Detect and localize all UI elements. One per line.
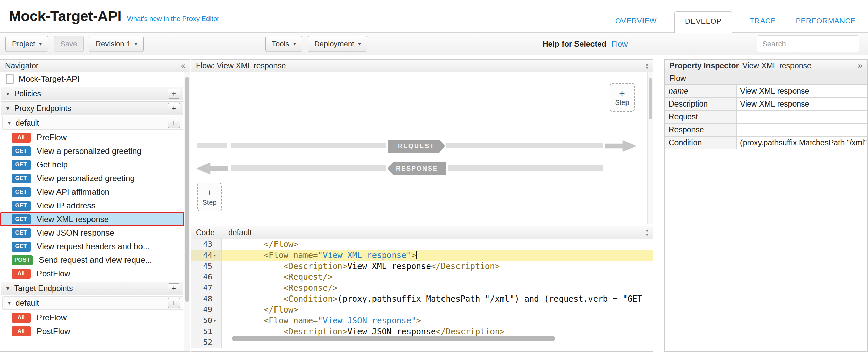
tab-develop[interactable]: DEVELOP <box>674 11 732 33</box>
code-text[interactable]: <Flow name="View XML response"> <box>222 250 653 261</box>
scrollbar-thumb[interactable] <box>649 78 652 119</box>
code-text[interactable]: <Description>View JSON response</Descrip… <box>222 326 653 337</box>
line-number: 52 <box>203 337 213 348</box>
flow-label: View personalized greeting <box>37 174 135 183</box>
project-dropdown[interactable]: Project ▾ <box>5 36 48 52</box>
nav-section-target-endpoints[interactable]: ▼Target Endpoints+ <box>1 282 183 295</box>
help-group: Help for Selected Flow <box>542 39 628 48</box>
nav-section-default[interactable]: ▼default+ <box>2 296 183 310</box>
code-text[interactable]: <Description>View XML response</Descript… <box>222 261 653 272</box>
nav-flow-preflow[interactable]: AllPreFlow <box>0 131 184 144</box>
scrollbar-thumb[interactable] <box>185 77 189 302</box>
code-text[interactable]: <Response/> <box>222 283 653 293</box>
button-label: Tools <box>272 39 289 48</box>
property-value[interactable] <box>737 124 867 136</box>
add-button[interactable]: + <box>168 89 180 99</box>
add-step-button-request[interactable]: + Step <box>197 183 222 211</box>
proxy-editor-app: Mock-Target-API What's new in the Proxy … <box>0 0 868 352</box>
add-button[interactable]: + <box>168 103 180 113</box>
add-step-button-response[interactable]: + Step <box>610 83 635 112</box>
expand-collapse-icon[interactable]: ▾ ▾ <box>646 229 648 236</box>
section-label: Proxy Endpoints <box>14 104 71 113</box>
property-value[interactable]: View XML response <box>737 98 867 110</box>
line-gutter: 46 <box>191 272 222 283</box>
section-label: Flow <box>669 74 686 83</box>
nav-flow-postflow[interactable]: AllPostFlow <box>0 324 184 338</box>
add-button[interactable]: + <box>168 283 180 293</box>
help-flow-link[interactable]: Flow <box>611 39 628 48</box>
code-text[interactable]: </Flow> <box>222 239 653 250</box>
text-cursor <box>416 251 417 259</box>
deployment-dropdown[interactable]: Deployment ▾ <box>308 36 367 52</box>
expand-panel-icon[interactable]: » <box>858 61 863 70</box>
code-line-46: 46 <Request/> <box>191 272 653 283</box>
chevron-down-icon: ▾ <box>293 41 296 47</box>
expand-collapse-icon[interactable]: ▴ ▾ <box>646 62 648 69</box>
tools-dropdown[interactable]: Tools ▾ <box>265 36 302 52</box>
api-root-item[interactable]: Mock-Target-API <box>0 72 184 86</box>
code-text[interactable]: </Flow> <box>222 304 653 315</box>
nav-flow-send-request-and-view-reque[interactable]: POSTSend request and view reque... <box>0 253 184 267</box>
disclosure-icon[interactable]: ▼ <box>7 120 12 126</box>
flow-scrollbar[interactable] <box>647 72 653 224</box>
toolbar: Project ▾ Save Revision 1 ▾ Tools ▾ Depl… <box>0 32 868 55</box>
navigator-scrollbar[interactable] <box>184 72 190 351</box>
property-label: Request <box>665 111 737 123</box>
fold-icon[interactable]: ▾ <box>213 315 220 326</box>
nav-section-proxy-endpoints[interactable]: ▼Proxy Endpoints+ <box>1 101 183 115</box>
code-token: <Condition> <box>283 294 337 304</box>
search-input[interactable] <box>757 35 859 52</box>
line-gutter: 45 <box>191 261 222 272</box>
code-line-45: 45 <Description>View XML response</Descr… <box>191 261 653 272</box>
nav-flow-view-json-response[interactable]: GETView JSON response <box>0 226 184 240</box>
tab-trace[interactable]: TRACE <box>748 12 778 32</box>
code-tab[interactable]: Code <box>196 228 215 237</box>
code-horizontal-scrollbar[interactable] <box>232 336 555 341</box>
collapse-panel-icon[interactable]: « <box>181 61 185 70</box>
whats-new-link[interactable]: What's new in the Proxy Editor <box>127 15 219 23</box>
nav-section-policies[interactable]: ▼Policies+ <box>1 87 183 100</box>
nav-flow-view-personalized-greeting[interactable]: GETView personalized greeting <box>0 172 184 185</box>
flow-label: PostFlow <box>37 269 70 278</box>
property-row-request: Request <box>665 111 867 124</box>
nav-flow-view-xml-response[interactable]: GETView XML response <box>0 212 184 226</box>
code-text[interactable]: <Flow name="View JSON response"> <box>222 315 653 326</box>
fold-icon[interactable]: ▾ <box>213 250 220 261</box>
tab-performance[interactable]: PERFORMANCE <box>794 12 858 32</box>
disclosure-icon[interactable]: ▼ <box>7 300 12 306</box>
tab-overview[interactable]: OVERVIEW <box>613 12 659 32</box>
code-text[interactable]: <Condition>(proxy.pathsuffix MatchesPath… <box>222 293 653 304</box>
nav-section-default[interactable]: ▼default+ <box>2 116 183 130</box>
section-label: Target Endpoints <box>14 284 73 293</box>
nav-flow-view-request-headers-and-bo[interactable]: GETView request headers and bo... <box>0 240 184 253</box>
add-button[interactable]: + <box>168 298 180 308</box>
method-badge: GET <box>12 187 31 197</box>
code-lines[interactable]: 43 </Flow>44▾ <Flow name="View XML respo… <box>191 239 653 351</box>
nav-flow-postflow[interactable]: AllPostFlow <box>0 267 184 281</box>
disclosure-icon[interactable]: ▼ <box>5 106 10 111</box>
disclosure-icon[interactable]: ▼ <box>5 286 10 291</box>
code-doc-label[interactable]: default <box>228 228 252 237</box>
chevron-down-icon: ▾ <box>646 66 648 69</box>
property-value[interactable] <box>737 111 867 123</box>
navigator-panel: Navigator « Mock-Target-API ▼Policies+▼P… <box>0 59 190 352</box>
property-inspector-panel: Property Inspector View XML response » F… <box>664 59 868 352</box>
revision-dropdown[interactable]: Revision 1 ▾ <box>89 36 144 52</box>
step-label: Step <box>202 198 216 206</box>
property-value[interactable]: View XML response <box>737 85 867 97</box>
nav-flow-view-ip-address[interactable]: GETView IP address <box>0 199 184 212</box>
save-button[interactable]: Save <box>54 36 84 52</box>
code-line-51: 51 <Description>View JSON response</Desc… <box>191 326 653 337</box>
property-value[interactable]: (proxy.pathsuffix MatchesPath "/xml") an… <box>737 137 867 149</box>
add-button[interactable]: + <box>168 118 180 128</box>
nav-flow-preflow[interactable]: AllPreFlow <box>0 311 184 324</box>
nav-flow-view-api-affirmation[interactable]: GETView API affirmation <box>0 185 184 199</box>
line-number: 43 <box>203 239 213 250</box>
disclosure-icon[interactable]: ▼ <box>5 91 10 96</box>
nav-flow-view-a-personalized-greeting[interactable]: GETView a personalized greeting <box>0 144 184 158</box>
chevron-down-icon: ▾ <box>39 41 42 47</box>
code-text[interactable]: <Request/> <box>222 272 653 283</box>
code-panel-header: Code default ▾ ▾ <box>191 226 653 239</box>
line-number: 51 <box>203 326 213 337</box>
nav-flow-get-help[interactable]: GETGet help <box>0 158 184 172</box>
